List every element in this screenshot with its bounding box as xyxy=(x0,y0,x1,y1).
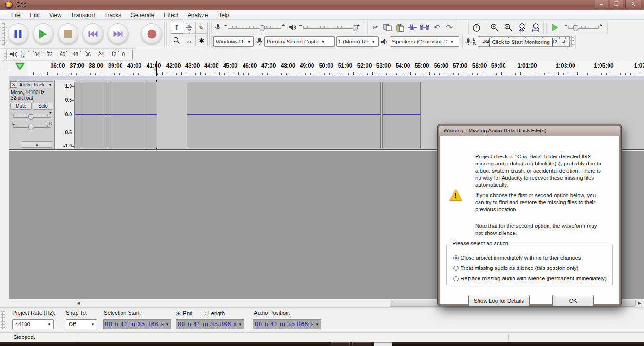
dialog-title-bar[interactable]: Warning - Missing Audio Data Block File(… xyxy=(439,126,620,136)
length-radio[interactable]: Length xyxy=(201,310,225,317)
recording-meter[interactable]: -84 Click to Start Monitoring -12 -0 xyxy=(478,36,570,47)
restore-button[interactable]: ❐ xyxy=(610,0,623,9)
playback-speed-thumb[interactable] xyxy=(573,25,578,31)
skip-to-start-button[interactable] xyxy=(82,23,104,45)
undo-button[interactable]: ↶ xyxy=(431,22,443,33)
track-name-menu[interactable]: Audio Track▼ xyxy=(18,81,53,88)
timeshift-tool-button[interactable]: ↔ xyxy=(183,35,195,46)
track-rate-info: Mono, 44100Hz xyxy=(11,90,53,95)
ruler-tick xyxy=(587,73,588,75)
fit-selection-button[interactable] xyxy=(517,22,528,33)
copy-button[interactable] xyxy=(382,22,393,33)
snap-to-select[interactable]: Off▼ xyxy=(66,319,97,329)
cut-button[interactable]: ✂ xyxy=(370,22,381,33)
timeline-label: 39:00 xyxy=(108,62,123,69)
skip-to-end-button[interactable] xyxy=(107,23,129,45)
menu-item-view[interactable]: View xyxy=(44,12,66,18)
paste-button[interactable] xyxy=(394,22,406,33)
scroll-right-arrow[interactable]: ▶ xyxy=(636,300,644,307)
record-button[interactable] xyxy=(141,23,162,45)
recording-volume-thumb[interactable] xyxy=(260,25,265,31)
redo-button[interactable]: ↷ xyxy=(444,22,455,33)
recording-device-select[interactable]: Primary Sound Captu▼ xyxy=(264,36,335,47)
menu-item-analyze[interactable]: Analyze xyxy=(183,12,213,18)
mute-button[interactable]: Mute xyxy=(10,103,32,110)
menu-item-effect[interactable]: Effect xyxy=(159,12,183,18)
fit-project-button[interactable] xyxy=(531,22,542,33)
ruler-tick xyxy=(611,73,611,75)
track-close-button[interactable]: ✕ xyxy=(10,81,17,88)
menu-item-file[interactable]: File xyxy=(7,12,25,18)
end-radio[interactable]: End xyxy=(176,310,192,317)
ruler-tick xyxy=(324,73,325,75)
timer-record-button[interactable] xyxy=(471,22,482,33)
playback-meter[interactable]: -84-72-60-48-36-24-120 xyxy=(26,50,133,59)
vertical-ruler[interactable]: 1.00.50.0-0.5-1.0 xyxy=(55,80,74,149)
audio-clip[interactable] xyxy=(187,82,381,148)
scroll-left-arrow[interactable]: ◀ xyxy=(74,300,82,307)
toolbar-grip[interactable] xyxy=(570,36,574,47)
menu-item-transport[interactable]: Transport xyxy=(66,12,100,18)
gain-slider[interactable]: − + xyxy=(12,112,52,120)
recording-volume-slider[interactable]: − + xyxy=(224,24,285,31)
pin-triangle-icon[interactable] xyxy=(16,63,24,70)
draw-tool-button[interactable]: ✎ xyxy=(195,22,208,34)
audio-position-field[interactable]: 00 h 41 m 35.866 s▼ xyxy=(253,319,321,329)
menu-item-edit[interactable]: Edit xyxy=(25,12,44,18)
audio-host-select[interactable]: Windows Di▼ xyxy=(213,36,254,47)
play-at-speed-button[interactable] xyxy=(548,22,562,33)
ruler-tick xyxy=(601,73,602,75)
ruler-tick xyxy=(329,73,330,75)
close-button[interactable]: X xyxy=(625,0,641,9)
toolbar-grip[interactable] xyxy=(4,50,7,59)
selection-start-field[interactable]: 00 h 41 m 35.866 s▼ xyxy=(103,319,171,329)
action-option-2[interactable]: Treat missing audio as silence (this ses… xyxy=(453,265,579,271)
recording-channels-select[interactable]: 1 (Mono) Re▼ xyxy=(336,36,379,47)
menu-item-help[interactable]: Help xyxy=(213,12,234,18)
zoom-in-button[interactable] xyxy=(489,22,500,33)
pan-thumb[interactable] xyxy=(28,125,33,130)
timeline-options-corner[interactable] xyxy=(9,61,27,76)
stop-button[interactable] xyxy=(58,23,79,45)
playback-volume-slider[interactable]: − + xyxy=(299,24,360,31)
pause-button[interactable] xyxy=(8,23,29,45)
solo-button[interactable]: Solo xyxy=(33,103,54,110)
tools-toolbar: I ✎ ↔ ✱ xyxy=(166,21,210,47)
zoom-tool-button[interactable] xyxy=(171,35,183,46)
track-collapse-button[interactable]: ▲ xyxy=(22,141,52,148)
taskbar-button[interactable] xyxy=(374,342,392,346)
trim-audio-button[interactable] xyxy=(407,22,418,33)
audio-clip[interactable] xyxy=(382,82,421,148)
timer-record-toolbar xyxy=(468,21,485,34)
multi-tool-button[interactable]: ✱ xyxy=(195,35,208,46)
ok-button[interactable]: OK xyxy=(552,295,594,306)
menu-item-tracks[interactable]: Tracks xyxy=(100,12,126,18)
pan-slider[interactable]: L R xyxy=(12,122,52,130)
menu-item-generate[interactable]: Generate xyxy=(126,12,159,18)
selection-end-field[interactable]: 00 h 41 m 35.866 s▼ xyxy=(176,319,244,329)
play-button[interactable] xyxy=(33,23,54,45)
asterisk-icon: ✱ xyxy=(199,37,204,44)
silence-audio-button[interactable] xyxy=(419,22,430,33)
project-rate-select[interactable]: 44100▼ xyxy=(12,319,54,329)
gain-thumb[interactable] xyxy=(28,114,33,120)
action-option-3[interactable]: Replace missing audio with silence (perm… xyxy=(453,276,607,281)
show-log-button[interactable]: Show Log for Details xyxy=(468,295,530,306)
taskbar-button[interactable] xyxy=(352,342,371,346)
toolbar-grip[interactable] xyxy=(2,22,5,46)
selection-tool-button[interactable]: I xyxy=(171,22,183,34)
ruler-tick xyxy=(635,72,635,75)
monitoring-tooltip[interactable]: Click to Start Monitoring xyxy=(489,38,553,46)
action-option-1[interactable]: Close project immediately with no furthe… xyxy=(453,255,581,260)
timeline-ruler[interactable]: 36:0037:0038:0039:0040:0041:0042:0043:00… xyxy=(9,61,644,76)
zoom-out-button[interactable] xyxy=(503,22,514,33)
playback-speed-slider[interactable]: − + xyxy=(565,24,602,31)
ruler-tick xyxy=(253,73,253,75)
toolbar-grip[interactable] xyxy=(1,311,5,329)
audio-clip[interactable] xyxy=(74,82,157,148)
track-control-panel[interactable]: ✕ Audio Track▼ Mono, 44100Hz 32-bit floa… xyxy=(9,80,55,149)
minimize-button[interactable]: – xyxy=(595,0,608,9)
playback-device-select[interactable]: Speakers (Conexant C▼ xyxy=(390,36,459,47)
taskbar-button[interactable] xyxy=(331,342,350,346)
envelope-tool-button[interactable] xyxy=(183,22,195,34)
